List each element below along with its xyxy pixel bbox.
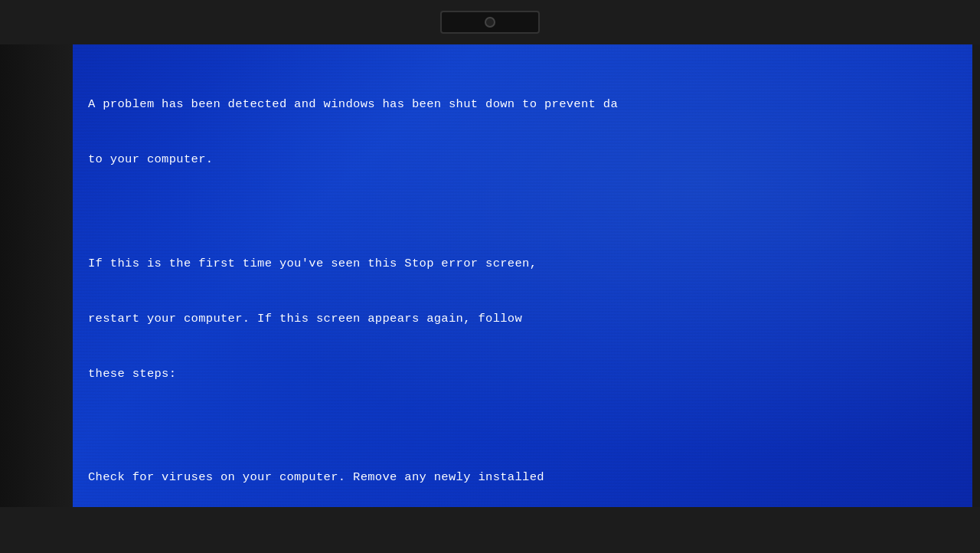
- bsod-spacer-1: [88, 205, 957, 218]
- laptop-frame: A problem has been detected and windows …: [0, 0, 980, 553]
- bsod-spacer-2: [88, 420, 957, 432]
- left-edge: [0, 44, 73, 507]
- webcam-lens: [485, 17, 495, 28]
- bsod-line-3: If this is the first time you've seen th…: [88, 254, 957, 273]
- top-bezel: [0, 0, 980, 44]
- bsod-screen: A problem has been detected and windows …: [73, 44, 972, 507]
- bsod-content: A problem has been detected and windows …: [73, 44, 972, 507]
- bsod-line-1: A problem has been detected and windows …: [88, 95, 957, 113]
- webcam: [440, 11, 540, 34]
- bsod-line-5: these steps:: [88, 365, 957, 383]
- right-edge: [972, 44, 980, 507]
- bsod-line-2: to your computer.: [88, 150, 957, 169]
- bsod-line-4: restart your computer. If this screen ap…: [88, 309, 957, 328]
- bsod-line-6: Check for viruses on your computer. Remo…: [88, 468, 957, 486]
- bottom-bezel: [0, 507, 980, 553]
